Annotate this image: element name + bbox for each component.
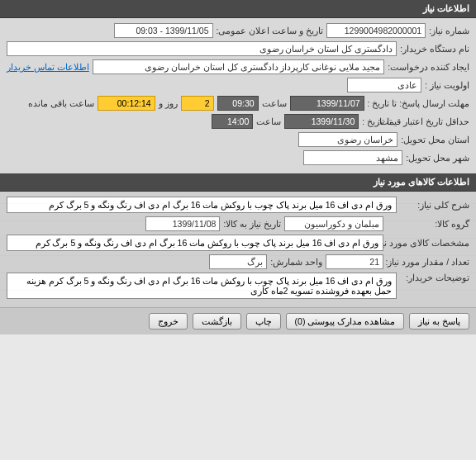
goods-info-panel: شرح کلی نیاز: ورق ام دی اف 16 میل برند پ… [0, 192, 476, 307]
buyer-notes-value: ورق ام دی اف 16 میل برند پاک چوب با روکش… [7, 273, 397, 299]
need-number-label: شماره نیاز: [429, 26, 469, 36]
buyer-notes-label: توضیحات خریدار: [400, 273, 469, 282]
validity-time-label: ساعت [256, 116, 281, 126]
buyer-label: نام دستگاه خریدار: [400, 44, 469, 54]
creator-value: مجید ملایی نوغانی کارپرداز دادگستری کل ا… [93, 59, 384, 74]
goods-date-label: تاریخ نیاز به کالا: [223, 219, 281, 229]
remaining-label: ساعت باقی مانده [28, 98, 94, 108]
qty-value: 21 [326, 254, 383, 269]
creator-label: ایجاد کننده درخواست: [388, 62, 469, 72]
deadline-date: 1399/11/07 [290, 96, 364, 111]
announce-value: 1399/11/05 - 09:03 [114, 23, 213, 38]
respond-button[interactable]: پاسخ به نیاز [409, 313, 469, 330]
unit-label: واحد شمارش: [270, 257, 322, 267]
validity-until-label: تا تاریخ : [362, 116, 392, 126]
deadline-time-label: ساعت [262, 98, 287, 108]
group-value: مبلمان و دکوراسیون [284, 216, 383, 231]
qty-label: تعداد / مقدار مورد نیاز: [387, 257, 469, 267]
deadline-time: 09:30 [217, 96, 259, 111]
validity-date: 1399/11/30 [284, 114, 359, 129]
buyer-value: دادگستری کل استان خراسان رضوی [7, 41, 397, 56]
province-label: استان محل تحویل: [401, 135, 469, 145]
priority-label: اولویت نیاز : [425, 80, 469, 90]
province-value: خراسان رضوی [298, 132, 397, 147]
section-header-need-info: اطلاعات نیاز [0, 0, 476, 18]
validity-label: حداقل تاریخ اعتبار قیمت: [395, 116, 469, 126]
need-number-value: 1299004982000001 [326, 23, 426, 38]
deadline-label: مهلت ارسال پاسخ: تا تاریخ : [368, 98, 469, 108]
button-bar: پاسخ به نیاز مشاهده مدارک پیوستی (0) چاپ… [0, 307, 476, 334]
city-value: مشهد [303, 150, 402, 165]
countdown-timer: 00:12:14 [98, 96, 155, 111]
exit-button[interactable]: خروج [149, 313, 188, 330]
print-button[interactable]: چاپ [246, 313, 281, 330]
goods-date-value: 1399/11/08 [145, 216, 220, 231]
unit-value: برگ [209, 254, 267, 269]
attachments-button[interactable]: مشاهده مدارک پیوستی (0) [286, 313, 405, 330]
need-info-panel: شماره نیاز: 1299004982000001 تاریخ و ساع… [0, 18, 476, 173]
section-header-goods-info: اطلاعات کالاهای مورد نیاز [0, 173, 476, 192]
days-remaining: 2 [181, 96, 214, 111]
city-label: شهر محل تحویل: [406, 153, 469, 163]
days-label: روز و [159, 98, 178, 108]
validity-time: 14:00 [212, 114, 253, 129]
priority-value: عادی [347, 78, 421, 92]
announce-label: تاریخ و ساعت اعلان عمومی: [217, 26, 324, 36]
contact-link[interactable]: اطلاعات تماس خریدار [7, 62, 89, 72]
group-label: گروه کالا: [387, 219, 469, 229]
spec-label: مشخصات کالای مورد نیاز: [387, 238, 469, 248]
desc-value: ورق ام دی اف 16 میل برند پاک چوب با روکش… [7, 197, 397, 213]
desc-label: شرح کلی نیاز: [400, 200, 469, 210]
spec-value: ورق ام دی اف 16 میل برند پاک چوب با روکش… [7, 235, 383, 251]
back-button[interactable]: بازگشت [193, 313, 241, 330]
